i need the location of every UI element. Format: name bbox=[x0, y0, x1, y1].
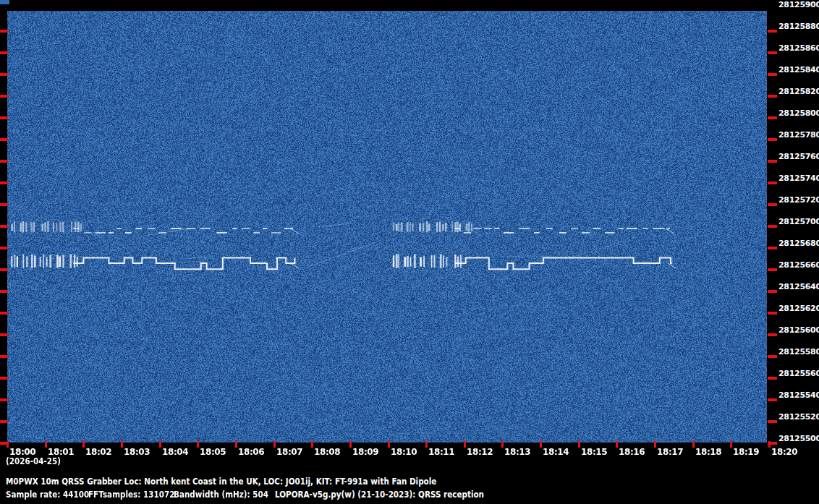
freq-tick-left bbox=[0, 312, 8, 315]
time-label-18:09: 18:09 bbox=[352, 447, 378, 457]
time-tick bbox=[578, 441, 580, 448]
freq-tick-right bbox=[768, 160, 777, 163]
time-tick bbox=[464, 441, 466, 448]
time-label-18:08: 18:08 bbox=[314, 447, 340, 457]
time-tick bbox=[235, 441, 237, 448]
time-tick bbox=[692, 441, 695, 448]
freq-tick-right bbox=[768, 95, 777, 98]
freq-tick-left bbox=[0, 30, 8, 33]
time-label-18:06: 18:06 bbox=[238, 447, 264, 457]
freq-label-28125680: 28125680 bbox=[778, 239, 819, 249]
freq-tick-left bbox=[0, 377, 8, 380]
time-tick bbox=[425, 441, 428, 448]
time-tick bbox=[501, 441, 504, 448]
freq-tick-left bbox=[0, 116, 8, 119]
time-label-18:13: 18:13 bbox=[504, 447, 530, 457]
time-tick bbox=[654, 441, 656, 448]
freq-tick-left bbox=[0, 160, 8, 163]
qrss-grabber-screen: 2812590028125880281258602812584028125820… bbox=[0, 0, 819, 504]
time-label-18:15: 18:15 bbox=[581, 447, 607, 457]
time-label-18:04: 18:04 bbox=[162, 447, 188, 457]
freq-label-28125520: 28125520 bbox=[778, 412, 819, 422]
freq-tick-right bbox=[768, 442, 777, 445]
freq-tick-left bbox=[0, 51, 8, 54]
freq-tick-right bbox=[768, 268, 777, 271]
freq-tick-right bbox=[768, 116, 777, 119]
freq-label-28125640: 28125640 bbox=[778, 282, 819, 292]
freq-label-28125500: 28125500 bbox=[778, 434, 819, 444]
freq-label-28125900: 28125900 bbox=[778, 0, 819, 10]
time-label-18:17: 18:17 bbox=[657, 447, 683, 457]
time-tick bbox=[121, 441, 123, 448]
freq-tick-left bbox=[0, 203, 8, 206]
freq-tick-right bbox=[768, 333, 777, 336]
time-label-18:18: 18:18 bbox=[695, 447, 721, 457]
freq-label-28125600: 28125600 bbox=[778, 325, 819, 336]
freq-label-28125660: 28125660 bbox=[778, 260, 819, 270]
freq-tick-right bbox=[768, 51, 777, 54]
time-label-18:03: 18:03 bbox=[124, 447, 150, 457]
time-tick bbox=[45, 441, 47, 448]
time-label-18:16: 18:16 bbox=[619, 447, 645, 457]
freq-tick-right bbox=[768, 312, 777, 315]
freq-label-28125820: 28125820 bbox=[778, 87, 819, 97]
param-0: Sample rate: 44100 bbox=[6, 489, 89, 500]
freq-tick-right bbox=[768, 138, 777, 141]
time-tick bbox=[7, 441, 9, 448]
time-tick bbox=[82, 441, 85, 448]
time-label-18:05: 18:05 bbox=[200, 447, 226, 457]
freq-tick-right bbox=[768, 377, 777, 380]
time-tick bbox=[730, 441, 732, 448]
freq-label-28125860: 28125860 bbox=[778, 43, 819, 54]
freq-label-28125880: 28125880 bbox=[778, 22, 819, 32]
freq-tick-left bbox=[0, 290, 8, 293]
freq-tick-left bbox=[0, 420, 8, 423]
freq-tick-right bbox=[768, 203, 777, 206]
time-tick bbox=[197, 441, 199, 448]
freq-tick-right bbox=[768, 247, 777, 249]
edge-artifact bbox=[0, 0, 9, 4]
freq-tick-right bbox=[768, 225, 777, 228]
time-label-18:10: 18:10 bbox=[391, 447, 417, 457]
freq-tick-right bbox=[768, 290, 777, 293]
param-1: FFTsamples: 131072 bbox=[88, 489, 174, 500]
time-tick bbox=[311, 441, 313, 448]
freq-label-28125720: 28125720 bbox=[778, 195, 819, 205]
time-label-18:11: 18:11 bbox=[428, 447, 454, 457]
time-tick bbox=[388, 441, 390, 448]
freq-label-28125840: 28125840 bbox=[778, 65, 819, 75]
freq-tick-left bbox=[0, 138, 8, 141]
time-tick bbox=[616, 441, 618, 448]
time-tick bbox=[273, 441, 276, 448]
time-label-18:14: 18:14 bbox=[543, 447, 569, 457]
time-label-18:20: 18:20 bbox=[771, 447, 797, 457]
freq-tick-left bbox=[0, 73, 8, 76]
date-label: (2026-04-25) bbox=[6, 456, 61, 466]
freq-label-28125760: 28125760 bbox=[778, 152, 819, 162]
freq-label-28125700: 28125700 bbox=[778, 217, 819, 227]
freq-label-28125740: 28125740 bbox=[778, 174, 819, 184]
freq-tick-right bbox=[768, 420, 777, 423]
freq-tick-left bbox=[0, 181, 8, 184]
freq-tick-left bbox=[0, 225, 8, 228]
freq-label-28125580: 28125580 bbox=[778, 347, 819, 357]
freq-tick-left bbox=[0, 398, 8, 401]
param-2: Bandwidth (mHz): 504 bbox=[174, 489, 268, 500]
time-label-18:02: 18:02 bbox=[85, 447, 111, 457]
freq-tick-right bbox=[768, 181, 777, 184]
freq-tick-left bbox=[0, 355, 8, 358]
freq-label-28125780: 28125780 bbox=[778, 130, 819, 140]
freq-tick-right bbox=[768, 30, 777, 33]
freq-label-28125620: 28125620 bbox=[778, 304, 819, 314]
freq-label-28125540: 28125540 bbox=[778, 390, 819, 401]
time-label-18:12: 18:12 bbox=[467, 447, 493, 457]
time-label-18:07: 18:07 bbox=[276, 447, 302, 457]
freq-tick-left bbox=[0, 95, 8, 98]
freq-tick-left bbox=[0, 333, 8, 336]
time-tick bbox=[540, 441, 542, 448]
freq-tick-right bbox=[768, 355, 777, 358]
spectrogram-waterfall bbox=[7, 11, 767, 443]
time-tick bbox=[349, 441, 352, 448]
station-info-line: M0PWX 10m QRSS Grabber Loc: North kent C… bbox=[6, 476, 436, 487]
freq-label-28125560: 28125560 bbox=[778, 369, 819, 379]
